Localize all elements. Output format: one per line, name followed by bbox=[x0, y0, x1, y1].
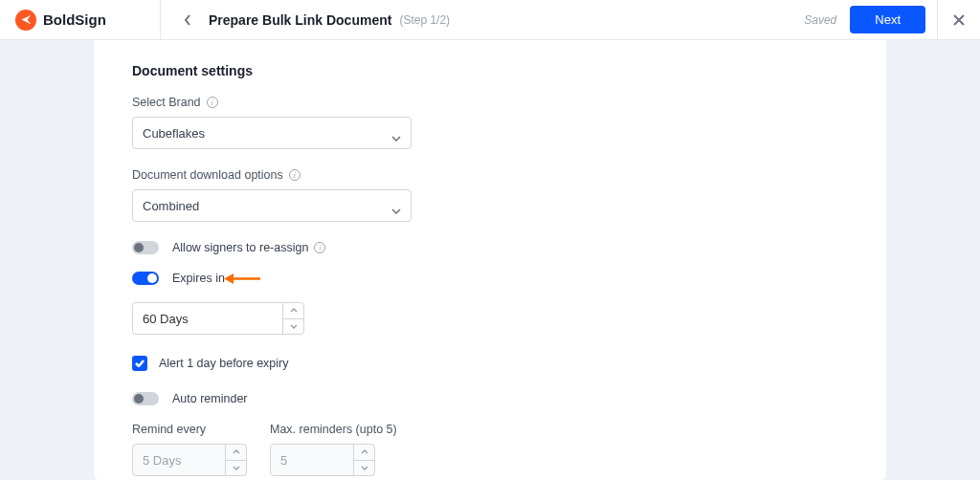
download-select[interactable]: Combined bbox=[132, 189, 412, 222]
spinner-down-button bbox=[354, 461, 374, 476]
expires-label: Expires in bbox=[172, 272, 225, 285]
autoreminder-row: Auto reminder bbox=[132, 392, 848, 405]
saved-status: Saved bbox=[804, 13, 836, 27]
alert-row: Alert 1 day before expiry bbox=[132, 356, 848, 371]
max-reminders-value: 5 bbox=[271, 445, 353, 475]
max-reminders-label: Max. reminders (upto 5) bbox=[270, 423, 397, 436]
settings-panel: Document settings Select Brand i Cubefla… bbox=[94, 40, 886, 480]
header-actions: Saved Next bbox=[804, 0, 980, 40]
divider bbox=[937, 0, 938, 40]
max-reminders-input: 5 bbox=[270, 444, 375, 476]
page-title: Prepare Bulk Link Document bbox=[209, 12, 391, 28]
chevron-down-icon bbox=[391, 203, 401, 208]
brand-select-value: Cubeflakes bbox=[143, 126, 205, 141]
reassign-label: Allow signers to re-assign i bbox=[172, 241, 325, 254]
remind-every-value: 5 Days bbox=[133, 445, 225, 475]
arrow-callout-icon bbox=[224, 273, 260, 285]
brand-section: BoldSign bbox=[15, 0, 161, 39]
back-button[interactable] bbox=[178, 11, 197, 30]
expires-toggle[interactable] bbox=[132, 272, 159, 285]
spinner-controls bbox=[282, 303, 303, 334]
app-header: BoldSign Prepare Bulk Link Document (Ste… bbox=[0, 0, 980, 40]
spinner-up-button bbox=[354, 445, 374, 461]
autoreminder-toggle[interactable] bbox=[132, 392, 159, 405]
spinner-controls bbox=[353, 445, 374, 475]
remind-every-label: Remind every bbox=[132, 423, 247, 436]
info-icon[interactable]: i bbox=[314, 242, 325, 253]
svg-marker-3 bbox=[224, 273, 234, 284]
info-icon[interactable]: i bbox=[207, 97, 218, 108]
alert-checkbox[interactable] bbox=[132, 356, 147, 371]
reassign-row: Allow signers to re-assign i bbox=[132, 241, 848, 254]
download-label: Document download options i bbox=[132, 168, 848, 182]
brand-select[interactable]: Cubeflakes bbox=[132, 117, 412, 149]
autoreminder-label: Auto reminder bbox=[172, 392, 248, 405]
spinner-down-button bbox=[226, 461, 246, 476]
expires-value: 60 Days bbox=[133, 303, 282, 334]
expires-input[interactable]: 60 Days bbox=[132, 302, 304, 335]
brand-label: Select Brand i bbox=[132, 96, 848, 109]
chevron-down-icon bbox=[391, 130, 401, 136]
reassign-toggle[interactable] bbox=[132, 241, 159, 254]
reminder-columns: Remind every 5 Days Max. reminders (upto… bbox=[132, 423, 848, 480]
step-indicator: (Step 1/2) bbox=[399, 13, 450, 27]
title-section: Prepare Bulk Link Document (Step 1/2) bbox=[161, 11, 804, 30]
download-select-value: Combined bbox=[143, 199, 199, 213]
section-title: Document settings bbox=[132, 63, 848, 78]
next-button[interactable]: Next bbox=[850, 6, 925, 33]
spinner-up-button bbox=[226, 445, 246, 461]
close-button[interactable] bbox=[949, 11, 969, 30]
spinner-down-button[interactable] bbox=[283, 319, 303, 335]
alert-label: Alert 1 day before expiry bbox=[159, 357, 289, 370]
spinner-controls bbox=[225, 445, 246, 475]
info-icon[interactable]: i bbox=[289, 169, 301, 181]
remind-every-input: 5 Days bbox=[132, 444, 247, 476]
expires-row: Expires in bbox=[132, 272, 848, 285]
brand-logo-icon bbox=[15, 10, 36, 31]
spinner-up-button[interactable] bbox=[283, 303, 303, 319]
brand-name: BoldSign bbox=[43, 11, 106, 28]
